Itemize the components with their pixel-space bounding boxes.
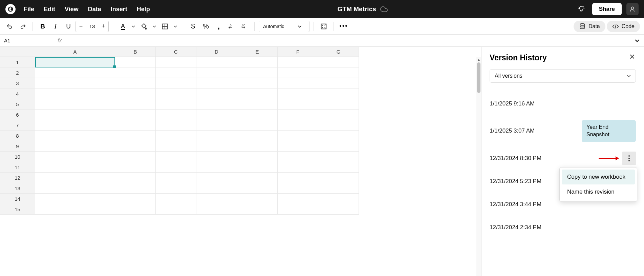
row-header[interactable]: 14: [0, 194, 35, 204]
cell-reference[interactable]: A1: [0, 35, 54, 46]
menu-insert[interactable]: Insert: [111, 6, 127, 13]
expand-button[interactable]: [318, 21, 329, 32]
grid-cell[interactable]: [35, 173, 115, 183]
grid-cell[interactable]: [278, 131, 318, 141]
grid-cell[interactable]: [35, 99, 115, 110]
grid-cell[interactable]: [196, 194, 237, 204]
grid-cell[interactable]: [318, 131, 359, 141]
grid-cell[interactable]: [35, 183, 115, 194]
grid-cell[interactable]: [318, 67, 359, 78]
text-color-button[interactable]: A: [117, 21, 129, 32]
formula-input[interactable]: [65, 35, 630, 46]
tips-button[interactable]: [575, 3, 587, 15]
grid-cell[interactable]: [318, 183, 359, 194]
grid-cell[interactable]: [318, 120, 359, 131]
grid-cell[interactable]: [278, 88, 318, 99]
data-button[interactable]: Data: [574, 21, 605, 32]
grid-cell[interactable]: [156, 120, 196, 131]
grid-cell[interactable]: [318, 141, 359, 152]
grid-cell[interactable]: [156, 78, 196, 88]
font-size-increase[interactable]: +: [98, 21, 108, 32]
grid-cell[interactable]: [156, 99, 196, 110]
grid-cell[interactable]: [237, 99, 278, 110]
grid-cell[interactable]: [156, 141, 196, 152]
grid-cell[interactable]: [156, 67, 196, 78]
grid-cell[interactable]: [278, 120, 318, 131]
grid-cell[interactable]: [35, 194, 115, 204]
grid-cell[interactable]: [278, 110, 318, 120]
grid-cell[interactable]: [318, 173, 359, 183]
grid-cell[interactable]: [35, 78, 115, 88]
menu-data[interactable]: Data: [88, 6, 101, 13]
version-filter-select[interactable]: All versions: [490, 69, 636, 83]
grid-cell[interactable]: [318, 110, 359, 120]
grid-cell[interactable]: [196, 88, 237, 99]
grid-cell[interactable]: [196, 99, 237, 110]
version-item[interactable]: 1/1/2025 3:07 AM Year End Snapshot: [490, 115, 636, 147]
grid-cell[interactable]: [196, 204, 237, 215]
row-header[interactable]: 4: [0, 88, 35, 99]
row-header[interactable]: 12: [0, 173, 35, 183]
grid-cell[interactable]: [196, 141, 237, 152]
redo-button[interactable]: [17, 21, 28, 32]
version-item[interactable]: 1/1/2025 9:16 AM: [490, 92, 636, 115]
grid-cell[interactable]: [237, 78, 278, 88]
row-header[interactable]: 10: [0, 152, 35, 162]
formula-dropdown[interactable]: [630, 38, 644, 43]
selection-handle[interactable]: [113, 65, 116, 68]
grid-cell[interactable]: [278, 152, 318, 162]
grid-cell[interactable]: [196, 162, 237, 173]
grid-cell[interactable]: [237, 194, 278, 204]
column-header[interactable]: E: [237, 47, 278, 57]
grid-cell[interactable]: [278, 162, 318, 173]
grid-cell[interactable]: [156, 194, 196, 204]
row-header[interactable]: 15: [0, 204, 35, 215]
app-logo[interactable]: [5, 4, 16, 14]
vertical-scrollbar[interactable]: ▲: [476, 57, 481, 276]
grid-cell[interactable]: [318, 88, 359, 99]
grid-cell[interactable]: [35, 120, 115, 131]
grid-cell[interactable]: [156, 57, 196, 67]
user-menu-button[interactable]: [626, 3, 639, 15]
grid-cell[interactable]: [278, 67, 318, 78]
number-format-select[interactable]: Automatic: [259, 21, 309, 32]
share-button[interactable]: Share: [592, 3, 622, 15]
bold-button[interactable]: B: [37, 21, 48, 32]
grid-cell[interactable]: [115, 88, 156, 99]
grid-cell[interactable]: [35, 162, 115, 173]
grid-cell[interactable]: [237, 162, 278, 173]
grid-cell[interactable]: [278, 141, 318, 152]
column-header[interactable]: A: [35, 47, 115, 57]
grid-cell[interactable]: [237, 57, 278, 67]
column-header[interactable]: G: [318, 47, 359, 57]
grid-cell[interactable]: [115, 173, 156, 183]
grid-cell[interactable]: [278, 173, 318, 183]
grid-cell[interactable]: [237, 67, 278, 78]
version-item[interactable]: 12/31/2024 8:30 PM Copy to new workbook …: [490, 147, 636, 170]
fill-color-dropdown[interactable]: [151, 21, 158, 32]
grid-cell[interactable]: [318, 194, 359, 204]
menu-view[interactable]: View: [65, 6, 79, 13]
code-button[interactable]: Code: [607, 21, 640, 32]
grid-cell[interactable]: [278, 78, 318, 88]
grid-cell[interactable]: [115, 78, 156, 88]
column-header[interactable]: B: [115, 47, 156, 57]
row-header[interactable]: 13: [0, 183, 35, 194]
row-header[interactable]: 6: [0, 110, 35, 120]
more-toolbar-button[interactable]: •••: [338, 21, 349, 32]
grid-cell[interactable]: [35, 57, 115, 67]
grid-cell[interactable]: [237, 131, 278, 141]
grid-cell[interactable]: [237, 120, 278, 131]
grid-cell[interactable]: [196, 67, 237, 78]
grid-cell[interactable]: [237, 183, 278, 194]
increase-decimal-button[interactable]: .00: [239, 21, 250, 32]
close-panel-button[interactable]: [628, 53, 636, 62]
grid-cell[interactable]: [318, 152, 359, 162]
row-header[interactable]: 7: [0, 120, 35, 131]
italic-button[interactable]: I: [50, 21, 61, 32]
grid-cell[interactable]: [156, 88, 196, 99]
scroll-up-arrow[interactable]: ▲: [476, 57, 481, 62]
version-item[interactable]: 12/31/2024 2:34 PM: [490, 216, 636, 239]
grid-cell[interactable]: [237, 110, 278, 120]
grid-cell[interactable]: [35, 67, 115, 78]
